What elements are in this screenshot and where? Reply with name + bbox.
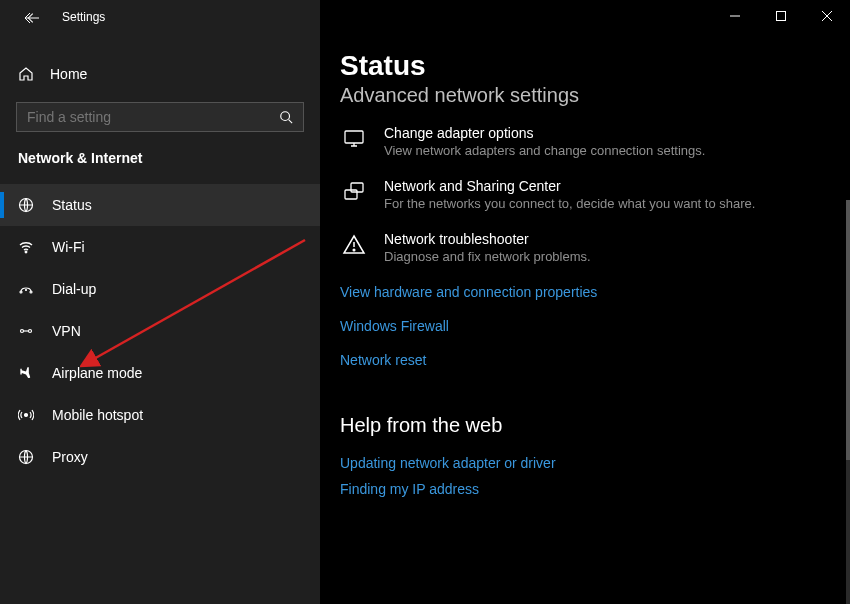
svg-point-3 [20,291,22,293]
sidebar-item-hotspot[interactable]: Mobile hotspot [0,394,320,436]
svg-rect-10 [777,12,786,21]
link-help-adapter-driver[interactable]: Updating network adapter or driver [340,455,846,471]
window-title: Settings [62,10,105,24]
wifi-icon [18,239,34,255]
card-title: Network troubleshooter [384,231,591,247]
maximize-button[interactable] [758,0,804,32]
status-icon [18,197,34,213]
sidebar-item-label: VPN [52,323,81,339]
svg-point-5 [26,290,27,291]
minimize-button[interactable] [712,0,758,32]
sidebar-item-label: Proxy [52,449,88,465]
home-button[interactable]: Home [0,56,320,92]
page-title: Status [340,50,846,82]
home-icon [18,66,34,82]
search-box[interactable] [16,102,304,132]
sidebar-item-status[interactable]: Status [0,184,320,226]
card-desc: View network adapters and change connect… [384,143,705,158]
proxy-icon [18,449,34,465]
dialup-icon [18,281,34,297]
link-network-reset[interactable]: Network reset [340,352,846,368]
card-title: Change adapter options [384,125,705,141]
svg-point-6 [21,330,24,333]
link-help-ip-address[interactable]: Finding my IP address [340,481,846,497]
link-windows-firewall[interactable]: Windows Firewall [340,318,846,334]
sidebar-item-label: Airplane mode [52,365,142,381]
search-input[interactable] [27,109,279,125]
adapter-icon [340,125,368,158]
home-label: Home [50,66,87,82]
sidebar-item-label: Status [52,197,92,213]
hotspot-icon [18,407,34,423]
card-adapter-options[interactable]: Change adapter options View network adap… [340,125,846,158]
link-hardware-properties[interactable]: View hardware and connection properties [340,284,846,300]
sidebar-item-proxy[interactable]: Proxy [0,436,320,478]
sidebar-item-label: Dial-up [52,281,96,297]
sidebar-item-vpn[interactable]: VPN [0,310,320,352]
section-header: Network & Internet [0,150,320,184]
svg-rect-11 [345,131,363,143]
svg-point-4 [30,291,32,293]
card-desc: For the networks you connect to, decide … [384,196,755,211]
svg-point-8 [25,414,28,417]
airplane-icon [18,365,34,381]
svg-point-7 [29,330,32,333]
sidebar-item-label: Wi-Fi [52,239,85,255]
sidebar-item-airplane[interactable]: Airplane mode [0,352,320,394]
card-sharing-center[interactable]: Network and Sharing Center For the netwo… [340,178,846,211]
sidebar-item-wifi[interactable]: Wi-Fi [0,226,320,268]
search-icon [279,110,293,124]
sharing-icon [340,178,368,211]
svg-point-14 [353,249,355,251]
svg-point-2 [25,251,27,253]
scrollbar-thumb[interactable] [846,200,850,460]
vpn-icon [18,323,34,339]
help-heading: Help from the web [340,414,846,437]
back-button[interactable] [24,11,40,24]
card-desc: Diagnose and fix network problems. [384,249,591,264]
sidebar-item-dialup[interactable]: Dial-up [0,268,320,310]
svg-point-0 [281,112,290,121]
advanced-heading: Advanced network settings [340,84,846,107]
card-title: Network and Sharing Center [384,178,755,194]
sidebar-item-label: Mobile hotspot [52,407,143,423]
close-button[interactable] [804,0,850,32]
troubleshoot-icon [340,231,368,264]
card-troubleshooter[interactable]: Network troubleshooter Diagnose and fix … [340,231,846,264]
